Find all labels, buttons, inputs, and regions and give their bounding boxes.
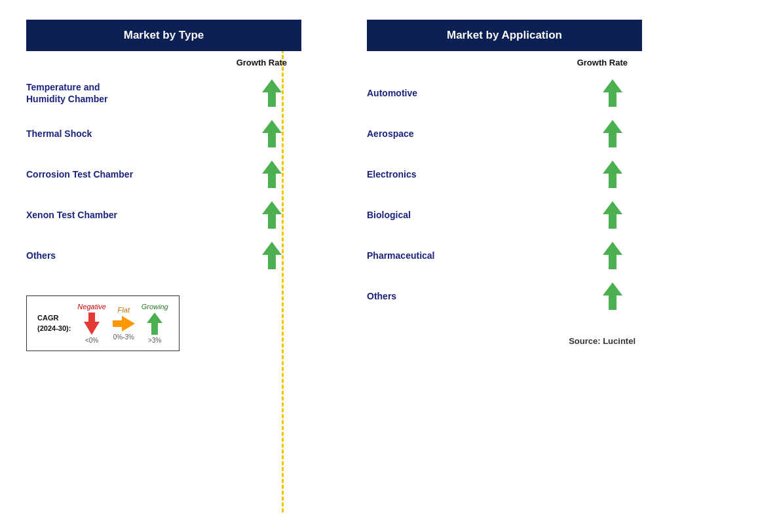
source-text: Source: Lucintel <box>367 336 642 346</box>
legend-growing-label: Growing <box>142 303 168 311</box>
left-growth-rate-label: Growth Rate <box>237 58 287 67</box>
left-header: Market by Type <box>26 20 301 51</box>
arrow-col <box>596 282 635 310</box>
up-arrow-icon <box>603 242 622 269</box>
legend-box: CAGR (2024-30): Negative <0% Flat 0%-3% … <box>26 295 180 351</box>
svg-marker-3 <box>262 201 282 229</box>
item-label-biological: Biological <box>367 209 411 221</box>
up-arrow-icon <box>262 161 282 188</box>
legend-negative-sub: <0% <box>85 337 98 344</box>
svg-marker-4 <box>262 242 282 269</box>
list-item: Corrosion Test Chamber <box>26 154 301 195</box>
item-label-others-left: Others <box>26 250 56 261</box>
svg-marker-0 <box>262 79 282 107</box>
svg-marker-5 <box>84 313 100 335</box>
right-panel: Market by Application Growth Rate Automo… <box>367 20 642 512</box>
up-arrow-icon <box>603 120 622 147</box>
up-arrow-icon <box>262 201 282 229</box>
arrow-col <box>256 201 295 229</box>
arrow-col <box>256 242 295 269</box>
arrow-col <box>596 120 635 147</box>
legend-flat-sub: 0%-3% <box>113 333 134 341</box>
up-arrow-icon <box>603 201 622 229</box>
up-arrow-icon <box>147 313 162 335</box>
item-label-pharmaceutical: Pharmaceutical <box>367 250 435 261</box>
svg-marker-11 <box>603 201 622 229</box>
legend-flat-label: Flat <box>118 306 130 314</box>
list-item: Automotive <box>367 73 642 113</box>
up-arrow-icon <box>262 79 282 107</box>
arrow-col <box>256 120 295 147</box>
up-arrow-icon <box>262 242 282 269</box>
svg-marker-1 <box>262 120 282 147</box>
list-item: Biological <box>367 195 642 235</box>
list-item: Thermal Shock <box>26 113 301 154</box>
legend-item-negative: Negative <0% <box>77 303 105 344</box>
svg-marker-13 <box>603 282 622 310</box>
list-item: Aerospace <box>367 113 642 154</box>
list-item: Others <box>367 276 642 316</box>
legend-item-growing: Growing >3% <box>142 303 168 344</box>
right-growth-rate-row: Growth Rate <box>367 58 642 67</box>
legend-negative-label: Negative <box>77 303 105 311</box>
svg-marker-10 <box>603 161 622 188</box>
svg-marker-12 <box>603 242 622 269</box>
svg-marker-6 <box>113 316 135 332</box>
right-arrow-icon <box>113 316 135 332</box>
svg-marker-2 <box>262 161 282 188</box>
item-label-aerospace: Aerospace <box>367 128 414 140</box>
legend-title: CAGR (2024-30): <box>37 313 71 333</box>
svg-marker-9 <box>603 120 622 147</box>
svg-marker-7 <box>147 313 162 335</box>
up-arrow-icon <box>603 79 622 107</box>
left-panel: Market by Type Growth Rate Temperature a… <box>26 20 301 512</box>
arrow-col <box>256 161 295 188</box>
right-header: Market by Application <box>367 20 642 51</box>
item-label-thermal-shock: Thermal Shock <box>26 128 92 140</box>
down-arrow-icon <box>84 313 100 335</box>
item-label-others-right: Others <box>367 290 396 302</box>
item-label-temp-humidity: Temperature andHumidity Chamber <box>26 81 107 105</box>
legend-item-flat: Flat 0%-3% <box>113 306 135 341</box>
list-item: Temperature andHumidity Chamber <box>26 73 301 113</box>
main-container: Market by Type Growth Rate Temperature a… <box>0 0 777 532</box>
list-item: Pharmaceutical <box>367 235 642 276</box>
list-item: Xenon Test Chamber <box>26 195 301 235</box>
legend-growing-sub: >3% <box>148 337 161 344</box>
list-item: Electronics <box>367 154 642 195</box>
up-arrow-icon <box>262 120 282 147</box>
item-label-electronics: Electronics <box>367 168 416 180</box>
arrow-col <box>596 242 635 269</box>
arrow-col <box>256 79 295 107</box>
svg-marker-8 <box>603 79 622 107</box>
arrow-col <box>596 161 635 188</box>
list-item: Others <box>26 235 301 276</box>
item-label-xenon: Xenon Test Chamber <box>26 209 117 221</box>
right-growth-rate-label: Growth Rate <box>577 58 628 67</box>
arrow-col <box>596 79 635 107</box>
item-label-corrosion: Corrosion Test Chamber <box>26 168 133 180</box>
up-arrow-icon <box>603 161 622 188</box>
up-arrow-icon <box>603 282 622 310</box>
item-label-automotive: Automotive <box>367 87 417 99</box>
left-growth-rate-row: Growth Rate <box>26 58 301 67</box>
arrow-col <box>596 201 635 229</box>
